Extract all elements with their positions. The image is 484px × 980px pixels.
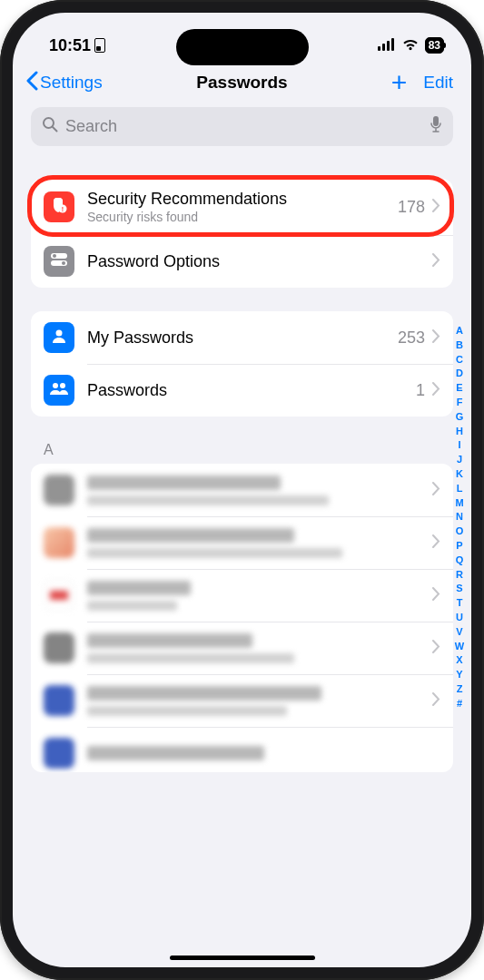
- settings-group-1: ! Security Recommendations Security risk…: [31, 179, 453, 288]
- alpha-index-letter[interactable]: R: [451, 568, 468, 583]
- shared-passwords-row[interactable]: Passwords 1: [31, 364, 453, 416]
- home-indicator[interactable]: [170, 956, 315, 960]
- search-icon: [42, 116, 58, 137]
- svg-point-13: [56, 330, 63, 337]
- svg-rect-3: [391, 38, 394, 51]
- svg-point-12: [62, 261, 65, 265]
- nav-bar: Settings Passwords + Edit: [13, 64, 471, 103]
- person-icon: [50, 327, 68, 348]
- wifi-icon: [401, 36, 420, 55]
- chevron-right-icon: [432, 198, 440, 217]
- people-icon: [49, 379, 69, 401]
- alpha-index-letter[interactable]: O: [451, 524, 468, 539]
- chevron-right-icon: [432, 328, 440, 348]
- add-button[interactable]: +: [391, 69, 408, 96]
- toggle-icon: [49, 251, 69, 271]
- alpha-index-letter[interactable]: L: [451, 482, 468, 496]
- svg-text:!: !: [62, 206, 64, 212]
- alpha-index-letter[interactable]: P: [451, 539, 468, 554]
- alpha-index-letter[interactable]: V: [451, 625, 468, 640]
- chevron-left-icon: [25, 71, 38, 95]
- alpha-index-letter[interactable]: Y: [451, 668, 468, 682]
- row-count: 178: [398, 198, 425, 217]
- settings-group-2: My Passwords 253 Passwords: [31, 311, 453, 416]
- chevron-right-icon: [432, 691, 440, 710]
- alpha-index-letter[interactable]: G: [451, 410, 468, 425]
- status-time: 10:51: [49, 36, 91, 55]
- mic-icon[interactable]: [430, 115, 442, 138]
- alpha-index-letter[interactable]: C: [451, 353, 468, 368]
- screen: 10:51 83 Settings: [13, 13, 471, 967]
- row-count: 1: [416, 381, 425, 400]
- alpha-index-letter[interactable]: X: [451, 653, 468, 668]
- alpha-index-letter[interactable]: D: [451, 367, 468, 381]
- alpha-index-letter[interactable]: #: [451, 697, 468, 711]
- svg-point-10: [53, 254, 56, 258]
- svg-rect-6: [433, 116, 439, 126]
- list-item[interactable]: [31, 727, 453, 772]
- row-title: My Passwords: [87, 328, 398, 348]
- chevron-right-icon: [432, 586, 440, 605]
- sim-icon: [94, 38, 105, 53]
- svg-point-15: [60, 383, 65, 388]
- alpha-index-letter[interactable]: Q: [451, 554, 468, 568]
- svg-rect-0: [378, 46, 380, 51]
- row-count: 253: [398, 328, 425, 348]
- search-input[interactable]: [65, 117, 430, 136]
- chevron-right-icon: [432, 252, 440, 271]
- row-title: Password Options: [87, 252, 432, 271]
- list-item[interactable]: [31, 674, 453, 727]
- password-options-row[interactable]: Password Options: [31, 235, 453, 288]
- my-passwords-row[interactable]: My Passwords 253: [31, 311, 453, 364]
- alpha-index-letter[interactable]: U: [451, 611, 468, 625]
- alpha-index-letter[interactable]: S: [451, 582, 468, 596]
- list-item[interactable]: [31, 569, 453, 622]
- section-header: A: [44, 442, 471, 458]
- security-recommendations-row[interactable]: ! Security Recommendations Security risk…: [31, 179, 453, 235]
- alpha-index-letter[interactable]: K: [451, 467, 468, 482]
- list-item[interactable]: [31, 622, 453, 674]
- back-button[interactable]: Settings: [25, 71, 103, 95]
- alpha-index-letter[interactable]: N: [451, 510, 468, 524]
- alpha-index-letter[interactable]: E: [451, 381, 468, 396]
- alpha-index-letter[interactable]: A: [451, 324, 468, 338]
- alpha-index-letter[interactable]: Z: [451, 682, 468, 697]
- svg-rect-2: [387, 41, 390, 51]
- row-title: Security Recommendations: [87, 190, 398, 209]
- chevron-right-icon: [432, 534, 440, 553]
- alpha-index-letter[interactable]: J: [451, 453, 468, 467]
- back-label: Settings: [40, 73, 103, 93]
- shield-alert-icon: !: [50, 196, 68, 218]
- search-bar[interactable]: [31, 107, 453, 146]
- row-subtitle: Security risks found: [87, 210, 398, 224]
- alpha-index-letter[interactable]: M: [451, 496, 468, 511]
- alpha-index[interactable]: ABCDEFGHIJKLMNOPQRSTUVWXYZ#: [451, 324, 468, 711]
- edit-button[interactable]: Edit: [423, 73, 453, 93]
- chevron-right-icon: [432, 481, 440, 500]
- alpha-index-letter[interactable]: W: [451, 640, 468, 654]
- alpha-index-letter[interactable]: H: [451, 425, 468, 439]
- battery-icon: 83: [425, 37, 444, 54]
- row-title: Passwords: [87, 381, 416, 400]
- alpha-index-letter[interactable]: T: [451, 596, 468, 611]
- svg-rect-1: [382, 44, 385, 51]
- alpha-index-letter[interactable]: F: [451, 396, 468, 410]
- alpha-index-letter[interactable]: B: [451, 338, 468, 353]
- password-list: [31, 464, 453, 772]
- chevron-right-icon: [432, 381, 440, 400]
- list-item[interactable]: [31, 464, 453, 516]
- list-item[interactable]: [31, 516, 453, 569]
- dynamic-island: [176, 29, 309, 65]
- cellular-icon: [378, 36, 396, 55]
- alpha-index-letter[interactable]: I: [451, 438, 468, 453]
- svg-point-14: [53, 383, 58, 388]
- chevron-right-icon: [432, 639, 440, 658]
- svg-line-5: [53, 127, 57, 132]
